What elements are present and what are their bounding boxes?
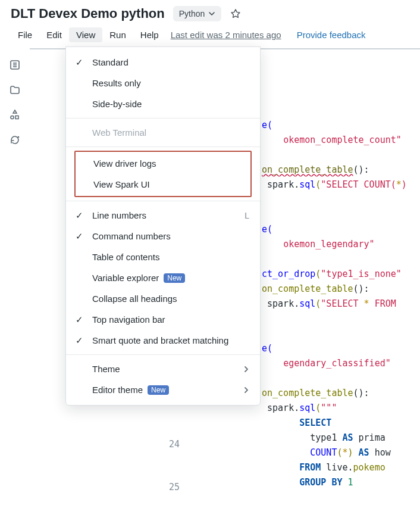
menu-separator [66,146,260,147]
menu-item-label: Line numbers [92,210,146,220]
check-icon: ✓ [76,210,83,221]
gutter-line: 24 [162,437,180,451]
check-icon: ✓ [76,57,83,68]
view-side-by-side[interactable]: Side-by-side [66,93,260,114]
notebook-title[interactable]: DLT Devex Demo python [11,6,165,21]
language-label: Python [179,9,205,18]
gutter-line: 25 [162,480,180,494]
language-selector[interactable]: Python [173,6,222,21]
chevron-right-icon [243,365,249,373]
menu-run[interactable]: Run [102,27,133,42]
shapes-icon[interactable] [9,109,21,121]
view-command-numbers[interactable]: ✓ Command numbers [66,226,260,247]
view-driver-logs[interactable]: View driver logs [76,153,250,174]
menu-item-label: Editor theme [92,385,143,395]
check-icon: ✓ [76,314,83,325]
svg-point-6 [18,136,20,138]
menubar: File Edit View Run Help Last edit was 2 … [0,24,420,48]
star-icon[interactable] [230,8,242,20]
view-theme[interactable]: Theme [66,359,260,379]
view-collapse-headings[interactable]: Collapse all headings [66,288,260,309]
highlighted-items: View driver logs View Spark UI [74,151,252,197]
view-editor-theme[interactable]: Editor theme New [66,379,260,400]
refresh-icon[interactable] [9,134,21,146]
menu-item-label: Standard [92,57,128,67]
menu-edit[interactable]: Edit [39,27,69,42]
chevron-right-icon [243,386,249,394]
menu-item-label: Smart quote and bracket matching [92,335,228,345]
check-icon: ✓ [76,231,83,242]
view-standard[interactable]: ✓ Standard [66,52,260,73]
new-badge: New [164,273,185,283]
menu-item-label: Results only [92,78,141,88]
folder-icon[interactable] [9,84,21,96]
menu-separator [66,201,260,201]
menu-separator [66,118,260,119]
menu-item-label: Collapse all headings [92,294,177,304]
menu-item-label: Top navigation bar [92,314,165,325]
view-spark-ui[interactable]: View Spark UI [76,174,250,195]
menu-item-label: Web Terminal [92,127,146,138]
shortcut-hint: L [245,211,249,220]
view-smart-quote[interactable]: ✓ Smart quote and bracket matching [66,330,260,351]
menu-item-label: Table of contents [92,252,159,262]
menu-item-label: Theme [92,364,120,374]
menu-file[interactable]: File [11,27,39,42]
menu-item-label: Command numbers [92,231,171,241]
svg-point-4 [11,116,14,119]
chevron-down-icon [208,10,215,17]
view-top-nav[interactable]: ✓ Top navigation bar [66,309,260,330]
gutter: 24 25 26 [162,409,180,505]
menu-item-label: Variable explorer [92,273,159,283]
svg-rect-5 [15,116,18,119]
menu-item-label: View Spark UI [93,179,150,189]
menu-separator [66,354,260,355]
view-results-only[interactable]: Results only [66,73,260,93]
view-line-numbers[interactable]: ✓ Line numbers L [66,205,260,226]
view-dropdown: ✓ Standard Results only Side-by-side Web… [65,46,261,406]
provide-feedback-link[interactable]: Provide feedback [297,30,366,40]
last-edit-link[interactable]: Last edit was 2 minutes ago [171,30,281,40]
menu-help[interactable]: Help [133,27,166,42]
check-icon: ✓ [76,335,83,346]
view-web-terminal: Web Terminal [66,122,260,143]
outline-icon[interactable] [9,59,21,71]
menu-view[interactable]: View [69,27,102,42]
menu-item-label: Side-by-side [92,99,142,109]
left-toolbar [0,48,30,146]
menu-item-label: View driver logs [93,158,156,169]
view-variable-explorer[interactable]: Variable explorer New [66,267,260,288]
view-toc[interactable]: Table of contents [66,247,260,267]
code-content: e( okemon_complete_count" on_complete_ta… [262,49,420,505]
new-badge: New [148,385,169,395]
